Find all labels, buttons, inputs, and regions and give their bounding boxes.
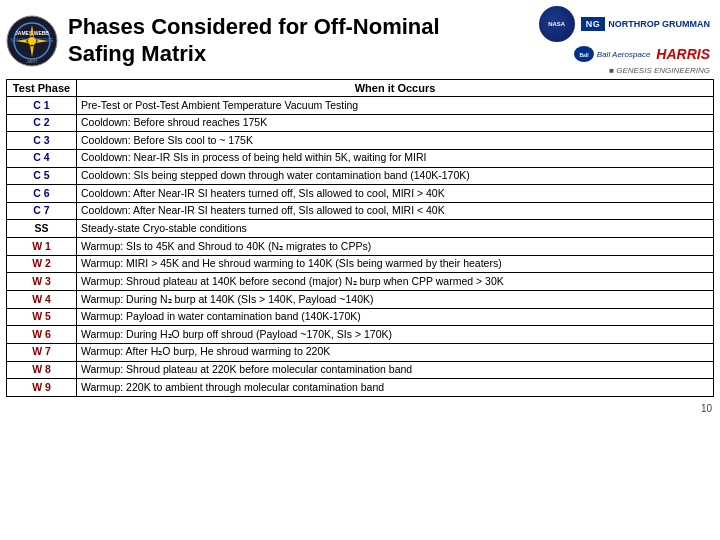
ball-aerospace-logo: Ball Ball Aerospace (573, 45, 651, 63)
description-cell: Warmup: Shroud plateau at 140K before se… (77, 273, 714, 291)
phase-cell: C 6 (7, 185, 77, 203)
col-occurs-header: When it Occurs (77, 80, 714, 97)
phase-cell: W 5 (7, 308, 77, 326)
table-row: C 5Cooldown: SIs being stepped down thro… (7, 167, 714, 185)
phase-cell: W 2 (7, 255, 77, 273)
table-row: W 2Warmup: MIRI > 45K and He shroud warm… (7, 255, 714, 273)
table-row: W 5Warmup: Payload in water contaminatio… (7, 308, 714, 326)
table-row: C 3Cooldown: Before SIs cool to ~ 175K (7, 132, 714, 150)
description-cell: Warmup: 220K to ambient through molecula… (77, 379, 714, 397)
description-cell: Warmup: SIs to 45K and Shroud to 40K (N₂… (77, 238, 714, 256)
table-row: SSSteady-state Cryo-stable conditions (7, 220, 714, 238)
table-row: W 9Warmup: 220K to ambient through molec… (7, 379, 714, 397)
table-row: W 3Warmup: Shroud plateau at 140K before… (7, 273, 714, 291)
description-cell: Cooldown: SIs being stepped down through… (77, 167, 714, 185)
phase-cell: C 7 (7, 202, 77, 220)
description-cell: Warmup: During N₂ burp at 140K (SIs > 14… (77, 291, 714, 309)
northrop-text: NORTHROP GRUMMAN (608, 19, 710, 29)
phase-cell: C 3 (7, 132, 77, 150)
phases-table: Test Phase When it Occurs C 1Pre-Test or… (6, 79, 714, 397)
phase-cell: W 6 (7, 326, 77, 344)
description-cell: Warmup: MIRI > 45K and He shroud warming… (77, 255, 714, 273)
table-row: C 7Cooldown: After Near-IR SI heaters tu… (7, 202, 714, 220)
phase-cell: W 4 (7, 291, 77, 309)
table-row: W 1Warmup: SIs to 45K and Shroud to 40K … (7, 238, 714, 256)
phase-cell: C 2 (7, 114, 77, 132)
phase-cell: SS (7, 220, 77, 238)
table-header-row: Test Phase When it Occurs (7, 80, 714, 97)
description-cell: Warmup: Payload in water contamination b… (77, 308, 714, 326)
phase-cell: W 8 (7, 361, 77, 379)
phase-cell: W 7 (7, 343, 77, 361)
description-cell: Cooldown: After Near-IR SI heaters turne… (77, 185, 714, 203)
phases-table-container: Test Phase When it Occurs C 1Pre-Test or… (0, 79, 720, 401)
table-row: W 8Warmup: Shroud plateau at 220K before… (7, 361, 714, 379)
table-row: C 4Cooldown: Near-IR SIs in process of b… (7, 149, 714, 167)
table-row: W 7Warmup: After H₂O burp, He shroud war… (7, 343, 714, 361)
col-phase-header: Test Phase (7, 80, 77, 97)
phase-cell: C 4 (7, 149, 77, 167)
description-cell: Cooldown: Before SIs cool to ~ 175K (77, 132, 714, 150)
page-title-block: Phases Considered for Off-Nominal Safing… (68, 14, 539, 67)
description-cell: Warmup: Shroud plateau at 220K before mo… (77, 361, 714, 379)
table-row: C 2Cooldown: Before shroud reaches 175K (7, 114, 714, 132)
description-cell: Cooldown: Before shroud reaches 175K (77, 114, 714, 132)
table-row: W 4Warmup: During N₂ burp at 140K (SIs >… (7, 291, 714, 309)
page-title: Phases Considered for Off-Nominal Safing… (68, 14, 539, 67)
phase-cell: W 9 (7, 379, 77, 397)
page-number: 10 (0, 401, 720, 416)
jwst-logo: JAMES WEBB SPACE TELESCOPE JWST (6, 15, 58, 67)
sponsor-logos: NASA NG NORTHROP GRUMMAN Ball Ball Aeros… (539, 6, 710, 75)
genco-label: ■ GENESIS ENGINEERING (609, 66, 710, 75)
description-cell: Warmup: After H₂O burp, He shroud warmin… (77, 343, 714, 361)
ball-text: Ball Aerospace (597, 50, 651, 59)
svg-text:JWST: JWST (27, 59, 38, 64)
phase-cell: C 1 (7, 97, 77, 115)
harris-logo: HARRIS (656, 46, 710, 62)
description-cell: Pre-Test or Post-Test Ambient Temperatur… (77, 97, 714, 115)
table-row: C 6Cooldown: After Near-IR SI heaters tu… (7, 185, 714, 203)
svg-point-4 (28, 37, 36, 45)
phase-cell: C 5 (7, 167, 77, 185)
description-cell: Steady-state Cryo-stable conditions (77, 220, 714, 238)
description-cell: Cooldown: After Near-IR SI heaters turne… (77, 202, 714, 220)
description-cell: Warmup: During H₂O burp off shroud (Payl… (77, 326, 714, 344)
phase-cell: W 1 (7, 238, 77, 256)
top-logo-row: NASA NG NORTHROP GRUMMAN (539, 6, 710, 42)
description-cell: Cooldown: Near-IR SIs in process of bein… (77, 149, 714, 167)
page-header: JAMES WEBB SPACE TELESCOPE JWST Phases C… (0, 0, 720, 79)
table-row: C 1Pre-Test or Post-Test Ambient Tempera… (7, 97, 714, 115)
northrop-grumman-logo: NG NORTHROP GRUMMAN (581, 17, 710, 31)
phase-cell: W 3 (7, 273, 77, 291)
svg-text:Ball: Ball (579, 52, 589, 58)
nasa-logo: NASA (539, 6, 575, 42)
ng-badge: NG (581, 17, 606, 31)
table-row: W 6Warmup: During H₂O burp off shroud (P… (7, 326, 714, 344)
bottom-logo-row: Ball Ball Aerospace HARRIS (573, 45, 710, 63)
